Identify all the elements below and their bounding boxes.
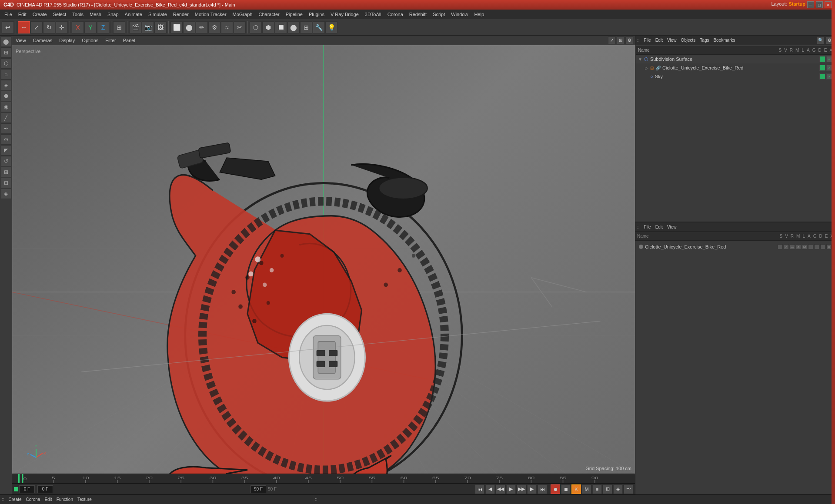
menu-snap[interactable]: Snap — [105, 11, 121, 18]
menu-select[interactable]: Select — [50, 11, 69, 18]
menu-help[interactable]: Help — [471, 11, 487, 18]
tool-axis-x[interactable]: X — [72, 21, 84, 33]
tool-solid[interactable]: ⬢ — [262, 21, 274, 33]
tool-light2[interactable]: 💡 — [325, 21, 337, 33]
tool-cube[interactable]: ⬜ — [170, 21, 183, 33]
btn-prev-frame[interactable]: ◀ — [485, 484, 495, 494]
om-menu-tags[interactable]: Tags — [698, 37, 711, 43]
end-frame-input[interactable] — [250, 485, 266, 493]
am-tog-v[interactable]: ✓ — [784, 244, 789, 249]
btn-timeline[interactable]: ≡ — [592, 484, 602, 494]
menu-plugins[interactable]: Plugins — [306, 11, 327, 18]
mat-menu-texture[interactable]: Texture — [76, 497, 94, 502]
menu-edit[interactable]: Edit — [16, 11, 29, 18]
tool-undo[interactable]: ↩ — [2, 21, 14, 33]
tool-rotate[interactable]: ↻ — [43, 21, 55, 33]
tool-obj-manager[interactable]: ⊞ — [113, 21, 125, 33]
vp-menu-filter[interactable]: Filter — [104, 37, 117, 44]
mat-menu-create[interactable]: Create — [7, 497, 23, 502]
am-tog-dot3[interactable]: · — [820, 244, 825, 249]
btn-auto-key[interactable]: K — [571, 484, 581, 494]
tool-points[interactable]: ⬤ — [1, 36, 11, 47]
btn-go-end[interactable]: ⏭ — [538, 484, 547, 494]
btn-stop[interactable]: ⏹ — [561, 484, 571, 494]
tool-axis-z[interactable]: Z — [97, 21, 109, 33]
tool-subdiv2[interactable]: ⊞ — [1, 167, 11, 177]
tool-sub2[interactable]: ⬢ — [1, 91, 11, 101]
am-tog-dash[interactable]: — — [790, 244, 795, 249]
menu-render[interactable]: Render — [170, 11, 191, 18]
am-menu-view[interactable]: View — [665, 224, 678, 230]
tool-texture[interactable]: 🔲 — [275, 21, 287, 33]
current-frame-input[interactable] — [37, 485, 53, 493]
btn-play[interactable]: ▶ — [506, 484, 516, 494]
btn-record[interactable]: ⏺ — [551, 484, 560, 494]
am-tog-s[interactable] — [778, 244, 783, 249]
tool-sub1[interactable]: ◈ — [1, 80, 11, 90]
menu-tools[interactable]: Tools — [70, 11, 86, 18]
am-menu-file[interactable]: File — [642, 224, 653, 230]
om-menu-bookmarks[interactable]: Bookmarks — [711, 37, 737, 43]
tool-select2[interactable]: ⊙ — [1, 134, 11, 145]
tool-render[interactable]: 🎬 — [129, 21, 141, 33]
menu-vray[interactable]: V-Ray Bridge — [328, 11, 361, 18]
tool-snap2[interactable]: 🔧 — [313, 21, 325, 33]
menu-mesh[interactable]: Mesh — [87, 11, 104, 18]
tool-sub3[interactable]: ◉ — [1, 102, 11, 112]
vp-icon-more[interactable]: ⚙ — [625, 36, 633, 44]
menu-script[interactable]: Script — [430, 11, 448, 18]
am-tog-dot1[interactable]: · — [808, 244, 813, 249]
om-menu-edit[interactable]: Edit — [654, 37, 665, 43]
ctoggle-s[interactable] — [819, 65, 825, 71]
vp-menu-panel[interactable]: Panel — [121, 37, 137, 44]
am-menu-edit[interactable]: Edit — [654, 224, 665, 230]
vp-menu-view[interactable]: View — [14, 37, 28, 44]
tool-render-to[interactable]: 🖼 — [154, 21, 167, 33]
tool-grid2[interactable]: ⊟ — [1, 178, 11, 188]
am-tog-m[interactable]: M — [802, 244, 807, 249]
vp-menu-cameras[interactable]: Cameras — [31, 37, 54, 44]
btn-f-curve[interactable]: 〜 — [624, 484, 633, 494]
am-item-ciclotte[interactable]: Ciclotte_Unicycle_Exercise_Bike_Red ✓ — … — [637, 242, 833, 251]
om-menu-objects[interactable]: Objects — [679, 37, 697, 43]
tool-hair[interactable]: ≈ — [221, 21, 233, 33]
tool-render-view[interactable]: 📷 — [142, 21, 154, 33]
am-tog-a[interactable]: A — [796, 244, 801, 249]
tool-normals[interactable]: ⬤ — [287, 21, 300, 33]
om-item-subdivision[interactable]: ▼ ⬡ Subdivision Surface ✓ — [636, 55, 834, 63]
menu-character[interactable]: Character — [256, 11, 282, 18]
menu-create[interactable]: Create — [30, 11, 50, 18]
mat-menu-function[interactable]: Function — [55, 497, 75, 502]
tool-checkerboard[interactable]: ⊞ — [1, 47, 11, 58]
menu-file[interactable]: File — [2, 11, 15, 18]
viewport[interactable]: Perspective — [12, 45, 635, 474]
mat-menu-edit[interactable]: Edit — [43, 497, 53, 502]
am-tog-dot2[interactable]: · — [814, 244, 819, 249]
btn-play-back[interactable]: ◀◀ — [496, 484, 505, 494]
tool-brush[interactable]: ✏ — [196, 21, 208, 33]
tool-deform[interactable]: ⌂ — [1, 69, 11, 80]
tool-scale[interactable]: ⤢ — [30, 21, 43, 33]
menu-pipeline[interactable]: Pipeline — [283, 11, 305, 18]
vp-icon-layout[interactable]: ⊞ — [617, 36, 625, 44]
mat-menu-corona[interactable]: Corona — [24, 497, 42, 502]
maximize-button[interactable]: □ — [816, 1, 823, 8]
menu-3dtoall[interactable]: 3DToAll — [362, 11, 384, 18]
tool-sphere[interactable]: ⬤ — [183, 21, 195, 33]
menu-redshift[interactable]: Redshift — [407, 11, 429, 18]
stoggle-s[interactable] — [819, 73, 825, 80]
menu-corona[interactable]: Corona — [385, 11, 406, 18]
am-tog-x[interactable]: ✕ — [826, 244, 832, 249]
tool-magnet[interactable]: ⚙ — [208, 21, 220, 33]
minimize-button[interactable]: ─ — [807, 1, 814, 8]
om-menu-view[interactable]: View — [665, 37, 678, 43]
tool-knife[interactable]: ◤ — [1, 145, 11, 156]
tool-transform[interactable]: ✛ — [56, 21, 68, 33]
om-item-ciclotte[interactable]: ▷ ⊞ 🔗 Ciclotte_Unicycle_Exercise_Bike_Re… — [636, 63, 834, 72]
toggle-s[interactable] — [819, 56, 825, 62]
tool-cut[interactable]: ✂ — [234, 21, 246, 33]
btn-play-fwd[interactable]: ▶▶ — [517, 484, 526, 494]
tool-loop[interactable]: ↺ — [1, 156, 11, 166]
menu-animate[interactable]: Animate — [122, 11, 145, 18]
tool-move[interactable]: ↔ — [18, 21, 30, 33]
